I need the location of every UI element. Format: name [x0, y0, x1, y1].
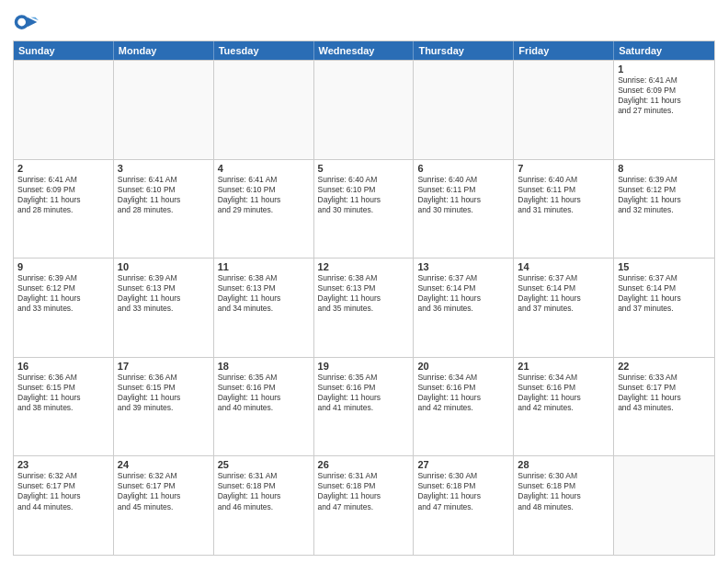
day-number: 2 [17, 163, 109, 174]
day-number: 6 [417, 163, 509, 174]
day-number: 18 [218, 361, 310, 372]
day-number: 27 [417, 459, 509, 470]
day-info: Sunrise: 6:38 AM Sunset: 6:13 PM Dayligh… [318, 273, 410, 314]
day-number: 26 [318, 459, 410, 470]
day-number: 24 [118, 459, 210, 470]
day-number: 8 [618, 163, 711, 174]
day-info: Sunrise: 6:34 AM Sunset: 6:16 PM Dayligh… [417, 373, 509, 413]
day-info: Sunrise: 6:36 AM Sunset: 6:15 PM Dayligh… [17, 373, 109, 413]
day-number: 1 [618, 63, 711, 75]
day-info: Sunrise: 6:30 AM Sunset: 6:18 PM Dayligh… [417, 471, 509, 511]
day-info: Sunrise: 6:39 AM Sunset: 6:13 PM Dayligh… [118, 273, 210, 314]
day-number: 9 [17, 261, 109, 272]
day-info: Sunrise: 6:41 AM Sunset: 6:09 PM Dayligh… [17, 175, 109, 215]
day-info: Sunrise: 6:33 AM Sunset: 6:17 PM Dayligh… [618, 373, 711, 413]
day-info: Sunrise: 6:35 AM Sunset: 6:16 PM Dayligh… [318, 373, 410, 413]
day-number: 14 [518, 261, 609, 272]
logo [13, 9, 42, 35]
weekday-header: Sunday [14, 41, 114, 60]
calendar-row: 23Sunrise: 6:32 AM Sunset: 6:17 PM Dayli… [14, 455, 714, 555]
day-number: 21 [518, 361, 609, 372]
calendar-cell: 20Sunrise: 6:34 AM Sunset: 6:16 PM Dayli… [414, 358, 514, 456]
day-info: Sunrise: 6:31 AM Sunset: 6:18 PM Dayligh… [218, 471, 310, 511]
calendar-header: SundayMondayTuesdayWednesdayThursdayFrid… [14, 41, 714, 60]
calendar-cell: 5Sunrise: 6:40 AM Sunset: 6:10 PM Daylig… [314, 160, 415, 259]
day-info: Sunrise: 6:37 AM Sunset: 6:14 PM Dayligh… [518, 273, 609, 314]
weekday-header: Friday [514, 41, 614, 60]
day-info: Sunrise: 6:30 AM Sunset: 6:18 PM Dayligh… [518, 471, 609, 511]
calendar-cell: 8Sunrise: 6:39 AM Sunset: 6:12 PM Daylig… [614, 160, 714, 259]
calendar-cell [514, 61, 614, 159]
calendar-cell: 17Sunrise: 6:36 AM Sunset: 6:15 PM Dayli… [114, 358, 214, 456]
calendar-cell: 3Sunrise: 6:41 AM Sunset: 6:10 PM Daylig… [114, 160, 214, 259]
calendar-row: 16Sunrise: 6:36 AM Sunset: 6:15 PM Dayli… [14, 357, 714, 456]
calendar-row: 9Sunrise: 6:39 AM Sunset: 6:12 PM Daylig… [14, 258, 714, 357]
day-info: Sunrise: 6:34 AM Sunset: 6:16 PM Dayligh… [518, 373, 609, 413]
calendar-cell: 1Sunrise: 6:41 AM Sunset: 6:09 PM Daylig… [614, 61, 714, 159]
calendar-cell [314, 61, 415, 159]
day-info: Sunrise: 6:38 AM Sunset: 6:13 PM Dayligh… [218, 273, 310, 314]
day-info: Sunrise: 6:41 AM Sunset: 6:10 PM Dayligh… [218, 175, 310, 215]
day-info: Sunrise: 6:37 AM Sunset: 6:14 PM Dayligh… [417, 273, 509, 314]
calendar-cell: 12Sunrise: 6:38 AM Sunset: 6:13 PM Dayli… [314, 259, 415, 357]
calendar-cell: 10Sunrise: 6:39 AM Sunset: 6:13 PM Dayli… [114, 259, 214, 357]
day-number: 25 [218, 459, 310, 470]
weekday-header: Saturday [614, 41, 714, 60]
calendar-cell [214, 61, 314, 159]
calendar-cell [614, 456, 714, 555]
day-number: 20 [417, 361, 509, 372]
day-number: 4 [218, 163, 310, 174]
calendar-cell: 25Sunrise: 6:31 AM Sunset: 6:18 PM Dayli… [214, 456, 314, 555]
weekday-header: Tuesday [214, 41, 314, 60]
day-info: Sunrise: 6:31 AM Sunset: 6:18 PM Dayligh… [318, 471, 410, 511]
day-number: 7 [518, 163, 609, 174]
day-number: 12 [318, 261, 410, 272]
calendar-cell: 28Sunrise: 6:30 AM Sunset: 6:18 PM Dayli… [514, 456, 614, 555]
day-info: Sunrise: 6:39 AM Sunset: 6:12 PM Dayligh… [17, 273, 109, 314]
calendar-cell: 26Sunrise: 6:31 AM Sunset: 6:18 PM Dayli… [314, 456, 415, 555]
logo-icon [13, 9, 39, 35]
calendar-cell: 14Sunrise: 6:37 AM Sunset: 6:14 PM Dayli… [514, 259, 614, 357]
calendar-cell: 19Sunrise: 6:35 AM Sunset: 6:16 PM Dayli… [314, 358, 415, 456]
calendar-row: 2Sunrise: 6:41 AM Sunset: 6:09 PM Daylig… [14, 159, 714, 259]
calendar-row: 1Sunrise: 6:41 AM Sunset: 6:09 PM Daylig… [14, 60, 714, 159]
day-number: 22 [618, 361, 711, 372]
day-number: 3 [118, 163, 210, 174]
day-number: 19 [318, 361, 410, 372]
weekday-header: Monday [114, 41, 214, 60]
header [13, 9, 715, 35]
calendar-cell: 24Sunrise: 6:32 AM Sunset: 6:17 PM Dayli… [114, 456, 214, 555]
day-info: Sunrise: 6:41 AM Sunset: 6:09 PM Dayligh… [618, 75, 711, 116]
calendar-cell: 2Sunrise: 6:41 AM Sunset: 6:09 PM Daylig… [14, 160, 114, 259]
weekday-header: Wednesday [314, 41, 415, 60]
day-info: Sunrise: 6:41 AM Sunset: 6:10 PM Dayligh… [118, 175, 210, 215]
calendar-cell: 23Sunrise: 6:32 AM Sunset: 6:17 PM Dayli… [14, 456, 114, 555]
day-info: Sunrise: 6:35 AM Sunset: 6:16 PM Dayligh… [218, 373, 310, 413]
calendar-cell: 4Sunrise: 6:41 AM Sunset: 6:10 PM Daylig… [214, 160, 314, 259]
day-number: 16 [17, 361, 109, 372]
day-number: 5 [318, 163, 410, 174]
calendar-cell: 22Sunrise: 6:33 AM Sunset: 6:17 PM Dayli… [614, 358, 714, 456]
day-info: Sunrise: 6:40 AM Sunset: 6:11 PM Dayligh… [417, 175, 509, 215]
calendar-cell: 21Sunrise: 6:34 AM Sunset: 6:16 PM Dayli… [514, 358, 614, 456]
calendar-cell: 7Sunrise: 6:40 AM Sunset: 6:11 PM Daylig… [514, 160, 614, 259]
calendar-cell [14, 61, 114, 159]
calendar-cell: 11Sunrise: 6:38 AM Sunset: 6:13 PM Dayli… [214, 259, 314, 357]
day-number: 28 [518, 459, 609, 470]
day-info: Sunrise: 6:37 AM Sunset: 6:14 PM Dayligh… [618, 273, 711, 314]
day-info: Sunrise: 6:40 AM Sunset: 6:11 PM Dayligh… [518, 175, 609, 215]
page: SundayMondayTuesdayWednesdayThursdayFrid… [0, 0, 728, 563]
calendar-cell: 16Sunrise: 6:36 AM Sunset: 6:15 PM Dayli… [14, 358, 114, 456]
day-info: Sunrise: 6:40 AM Sunset: 6:10 PM Dayligh… [318, 175, 410, 215]
svg-point-1 [17, 18, 26, 27]
day-info: Sunrise: 6:39 AM Sunset: 6:12 PM Dayligh… [618, 175, 711, 215]
day-info: Sunrise: 6:32 AM Sunset: 6:17 PM Dayligh… [17, 471, 109, 511]
calendar-cell: 18Sunrise: 6:35 AM Sunset: 6:16 PM Dayli… [214, 358, 314, 456]
calendar-cell: 9Sunrise: 6:39 AM Sunset: 6:12 PM Daylig… [14, 259, 114, 357]
day-number: 13 [417, 261, 509, 272]
day-number: 10 [118, 261, 210, 272]
calendar-cell: 27Sunrise: 6:30 AM Sunset: 6:18 PM Dayli… [414, 456, 514, 555]
day-number: 17 [118, 361, 210, 372]
day-number: 15 [618, 261, 711, 272]
day-info: Sunrise: 6:32 AM Sunset: 6:17 PM Dayligh… [118, 471, 210, 511]
